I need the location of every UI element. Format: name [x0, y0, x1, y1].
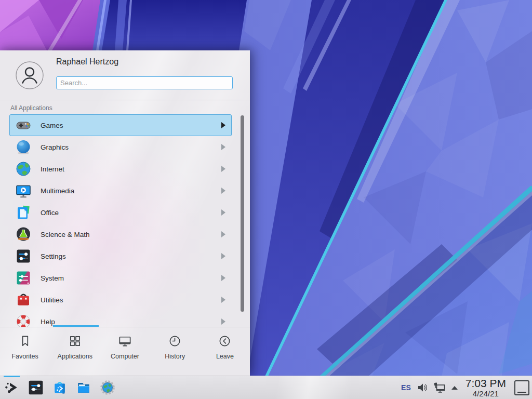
header-divider — [0, 100, 250, 100]
launcher-tabbar: Favorites Applications Computer — [0, 327, 250, 376]
system-tray: ES — [401, 376, 532, 399]
submenu-arrow-icon — [221, 318, 225, 325]
submenu-arrow-icon — [221, 122, 225, 128]
system-sliders-icon — [15, 270, 32, 286]
web-browser-button[interactable] — [99, 379, 116, 396]
scrollbar[interactable] — [241, 115, 244, 312]
clock-time: 7:03 PM — [466, 378, 506, 389]
tab-computer[interactable]: Computer — [100, 327, 150, 376]
sliders-icon — [15, 248, 32, 264]
shopping-bag-icon — [51, 379, 68, 396]
submenu-arrow-icon — [221, 231, 225, 237]
globe-gear-icon — [99, 379, 116, 396]
tab-applications[interactable]: Applications — [50, 327, 100, 376]
category-office[interactable]: Office — [9, 202, 232, 223]
category-list: Games Graphics — [0, 114, 250, 327]
discover-button[interactable] — [51, 379, 69, 396]
submenu-arrow-icon — [221, 188, 225, 194]
taskbar-panel: ES — [0, 376, 532, 399]
user-name: Raphael Hertzog — [56, 57, 118, 66]
network-icon[interactable] — [433, 381, 446, 394]
volume-icon[interactable] — [417, 382, 428, 393]
desktop: Raphael Hertzog All Applications Games — [0, 0, 532, 399]
bookmark-icon — [18, 334, 32, 348]
documents-icon — [15, 204, 32, 221]
submenu-arrow-icon — [221, 297, 225, 303]
keyboard-layout-indicator[interactable]: ES — [401, 383, 411, 392]
search-input[interactable] — [56, 76, 233, 89]
show-desktop-button[interactable] — [514, 380, 529, 395]
folder-icon — [75, 379, 92, 396]
monitor-icon — [118, 334, 132, 348]
submenu-arrow-icon — [221, 253, 225, 259]
category-label: Graphics — [41, 143, 69, 151]
application-launcher-menu: Raphael Hertzog All Applications Games — [0, 50, 250, 376]
submenu-arrow-icon — [221, 275, 225, 281]
category-utilities[interactable]: Utilities — [9, 289, 232, 311]
category-label: Utilities — [41, 296, 63, 304]
submenu-arrow-icon — [221, 209, 225, 216]
category-label: Games — [41, 122, 63, 129]
category-graphics[interactable]: Graphics — [9, 136, 232, 158]
category-settings[interactable]: Settings — [9, 245, 232, 267]
submenu-arrow-icon — [221, 144, 225, 150]
section-label: All Applications — [10, 104, 52, 112]
clock-date: 4/24/21 — [473, 390, 499, 397]
media-screen-icon — [15, 182, 32, 199]
app-launcher-button[interactable] — [3, 379, 21, 396]
active-tab-indicator — [53, 325, 99, 327]
category-label: Settings — [41, 252, 66, 260]
lifebuoy-icon — [15, 313, 32, 327]
category-multimedia[interactable]: Multimedia — [9, 180, 232, 202]
category-games[interactable]: Games — [9, 114, 232, 136]
category-internet[interactable]: Internet — [9, 158, 232, 180]
user-avatar-icon[interactable] — [16, 61, 44, 89]
tab-leave[interactable]: Leave — [200, 327, 250, 376]
tab-history[interactable]: History — [150, 327, 200, 376]
submenu-arrow-icon — [221, 166, 225, 172]
grid-icon — [68, 334, 82, 348]
globe-icon — [15, 161, 32, 177]
category-label: System — [41, 274, 64, 282]
category-label: Science & Math — [41, 231, 90, 238]
digital-clock[interactable]: 7:03 PM 4/24/21 — [466, 378, 506, 397]
toolbox-icon — [15, 291, 32, 308]
category-label: Internet — [41, 165, 64, 173]
leave-icon — [218, 334, 232, 348]
tab-favorites[interactable]: Favorites — [0, 327, 50, 376]
settings-sliders-icon — [28, 379, 44, 396]
file-manager-button[interactable] — [75, 379, 92, 396]
system-settings-button[interactable] — [27, 379, 45, 396]
flask-icon — [15, 226, 32, 243]
active-task-indicator — [4, 376, 20, 377]
expand-arrow-icon[interactable] — [450, 384, 459, 391]
category-label: Office — [41, 209, 59, 217]
category-label: Multimedia — [41, 187, 74, 195]
category-system[interactable]: System — [9, 267, 232, 289]
sphere-icon — [15, 139, 32, 155]
category-help[interactable]: Help — [9, 311, 232, 327]
category-science-math[interactable]: Science & Math — [9, 223, 232, 245]
kali-menu-icon — [4, 379, 20, 396]
clock-icon — [168, 334, 182, 348]
category-label: Help — [41, 318, 55, 326]
gamepad-icon — [15, 117, 32, 134]
